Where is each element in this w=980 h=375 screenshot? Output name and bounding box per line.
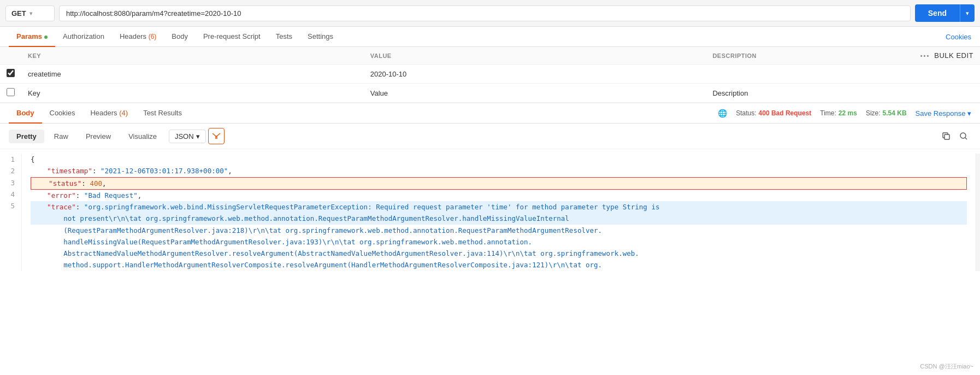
row1-description[interactable] <box>706 65 980 84</box>
line-numbers: 1 2 3 4 5 <box>0 154 22 271</box>
status-badge: Status: 400 Bad Request <box>736 109 811 117</box>
size-badge: Size: 5.54 KB <box>866 109 907 117</box>
save-response-button[interactable]: Save Response ▾ <box>916 109 971 118</box>
tab-settings[interactable]: Settings <box>300 27 341 47</box>
row2-checkbox[interactable] <box>7 88 15 96</box>
row2-description[interactable]: Description <box>706 84 980 103</box>
code-line-2: "timestamp": "2021-12-06T03:01:17.938+00… <box>31 165 967 177</box>
top-bar: GET ▾ Send ▾ <box>0 0 980 27</box>
format-chevron: ▾ <box>196 132 200 140</box>
row1-key[interactable]: createtime <box>21 65 364 84</box>
tab-params[interactable]: Params <box>9 27 55 47</box>
code-line-3: "status": 400, <box>31 177 967 190</box>
code-area: 1 2 3 4 5 { "timestamp": "2021-12-06T03:… <box>0 149 980 276</box>
svg-line-1 <box>217 133 220 136</box>
code-line-5f: method.support.HandlerMethodArgumentReso… <box>31 259 967 271</box>
row1-checkbox[interactable] <box>7 69 15 77</box>
code-line-5: "trace": "org.springframework.web.bind.M… <box>31 201 967 213</box>
tab-body[interactable]: Body <box>164 27 196 47</box>
more-options-icon[interactable]: ••• <box>920 52 930 59</box>
row2-value[interactable]: Value <box>364 84 706 103</box>
code-line-1: { <box>31 154 967 165</box>
checkbox-col-header <box>0 47 21 65</box>
svg-rect-5 <box>944 134 949 139</box>
params-dot <box>44 36 48 39</box>
send-dropdown-button[interactable]: ▾ <box>960 4 975 22</box>
tab-authorization[interactable]: Authorization <box>55 27 112 47</box>
request-tabs-bar: Params Authorization Headers (6) Body Pr… <box>0 27 980 47</box>
visualize-view-button[interactable]: Visualize <box>121 130 164 143</box>
response-tab-cookies[interactable]: Cookies <box>42 103 83 124</box>
method-chevron: ▾ <box>29 10 32 16</box>
code-line-5b: not present\r\n\tat org.springframework.… <box>31 213 967 224</box>
desc-col-header: DESCRIPTION ••• Bulk Edit <box>706 47 980 65</box>
url-input[interactable] <box>59 5 911 21</box>
pretty-view-button[interactable]: Pretty <box>9 130 44 143</box>
table-row: Key Value Description <box>0 84 980 103</box>
response-tab-body[interactable]: Body <box>9 103 42 124</box>
svg-line-0 <box>212 133 216 136</box>
key-col-header: KEY <box>21 47 364 65</box>
row2-key[interactable]: Key <box>21 84 364 103</box>
search-icon[interactable] <box>956 128 971 144</box>
copy-icon[interactable] <box>938 128 954 144</box>
format-label: JSON <box>175 132 194 140</box>
tab-tests[interactable]: Tests <box>268 27 300 47</box>
svg-line-7 <box>965 138 967 139</box>
scrollbar-right[interactable] <box>976 154 980 271</box>
format-select[interactable]: JSON ▾ <box>169 130 206 143</box>
tab-headers[interactable]: Headers (6) <box>112 27 164 47</box>
code-line-5d: handleMissingValue(RequestParamMethodArg… <box>31 236 967 248</box>
cookies-link[interactable]: Cookies <box>946 27 971 46</box>
method-label: GET <box>11 9 26 17</box>
globe-icon: 🌐 <box>718 109 727 118</box>
params-table: KEY VALUE DESCRIPTION ••• Bulk Edit crea… <box>0 47 980 103</box>
code-line-5e: AbstractNamedValueMethodArgumentResolver… <box>31 248 967 259</box>
code-content: { "timestamp": "2021-12-06T03:01:17.938+… <box>22 154 976 271</box>
row1-value[interactable]: 2020-10-10 <box>364 65 706 84</box>
row1-checkbox-cell <box>0 65 21 84</box>
preview-view-button[interactable]: Preview <box>78 130 119 143</box>
send-btn-group: Send ▾ <box>915 4 975 22</box>
method-select[interactable]: GET ▾ <box>5 5 55 21</box>
response-tab-headers[interactable]: Headers (4) <box>82 103 135 124</box>
svg-point-6 <box>960 133 966 138</box>
response-tabs-bar: Body Cookies Headers (4) Test Results 🌐 … <box>0 103 980 124</box>
code-line-5c: (RequestParamMethodArgumentResolver.java… <box>31 225 967 236</box>
value-col-header: VALUE <box>364 47 706 65</box>
body-toolbar: Pretty Raw Preview Visualize JSON ▾ <box>0 124 980 149</box>
time-badge: Time: 22 ms <box>820 109 857 117</box>
tab-pre-request-script[interactable]: Pre-request Script <box>196 27 268 47</box>
filter-icon[interactable] <box>208 128 225 144</box>
response-meta: 🌐 Status: 400 Bad Request Time: 22 ms Si… <box>718 109 971 118</box>
code-line-4: "error": "Bad Request", <box>31 190 967 201</box>
bulk-edit-button[interactable]: Bulk Edit <box>934 51 973 60</box>
send-button[interactable]: Send <box>915 4 960 22</box>
table-row: createtime 2020-10-10 <box>0 65 980 84</box>
raw-view-button[interactable]: Raw <box>46 130 76 143</box>
response-tab-test-results[interactable]: Test Results <box>135 103 190 124</box>
row2-checkbox-cell <box>0 84 21 103</box>
response-section: Body Cookies Headers (4) Test Results 🌐 … <box>0 103 980 276</box>
